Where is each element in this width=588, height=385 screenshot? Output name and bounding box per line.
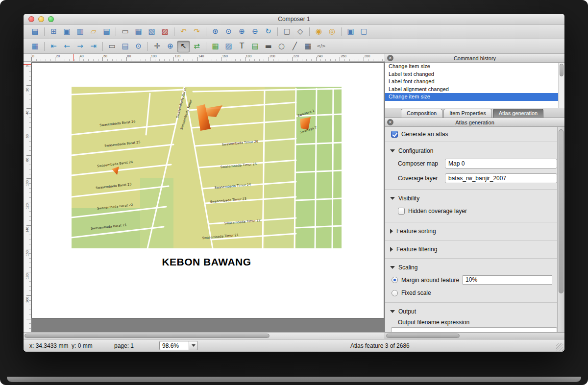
close-window-button[interactable] (28, 16, 34, 22)
atlas-settings-icon[interactable]: ▦ (28, 41, 42, 52)
map-title-label[interactable]: KEBON BAWANG (72, 256, 342, 268)
ruler-number: 200 (25, 296, 30, 304)
zoom-actual-icon[interactable]: ⊙ (222, 26, 235, 38)
disclosure-down-icon[interactable] (390, 266, 395, 269)
disclosure-down-icon[interactable] (390, 149, 395, 152)
first-feature-icon[interactable]: ⇤ (47, 41, 60, 52)
disclosure-down-icon[interactable] (390, 197, 395, 200)
history-item[interactable]: Label alignment changed (385, 86, 564, 94)
atlas-panel-title: Atlas generation (455, 120, 494, 125)
zoom-tool-icon[interactable]: ⊕ (164, 41, 177, 52)
tab-item-properties[interactable]: Item Properties (443, 109, 492, 118)
canvas-horizontal-scrollbar[interactable] (24, 332, 385, 339)
hidden-coverage-checkbox[interactable] (398, 208, 405, 215)
history-item[interactable]: Label text changed (385, 71, 564, 78)
save-project-icon[interactable]: ▤ (28, 26, 42, 38)
new-composer-icon[interactable]: ⊞ (47, 26, 60, 38)
composition-canvas[interactable]: Swasembada Barat 26Swasembada Barat 25Sw… (31, 62, 385, 332)
toolbar-separator (172, 26, 177, 37)
ruler-number: 100 (151, 54, 157, 58)
add-scalebar-icon[interactable]: ▬ (262, 41, 275, 52)
duplicate-composer-icon[interactable]: ▣ (60, 26, 74, 38)
zoom-dropdown-button[interactable] (189, 341, 198, 350)
unlock-items-icon[interactable]: ◎ (325, 26, 339, 38)
scrollbar-thumb[interactable] (386, 334, 460, 338)
coverage-layer-select[interactable]: batas_rw_banjir_2007 (445, 173, 557, 183)
zoom-out-icon[interactable]: ⊖ (248, 26, 262, 38)
open-template-icon[interactable]: ▱ (87, 26, 100, 38)
traffic-lights (28, 16, 54, 22)
select-region-icon[interactable]: ▢ (280, 26, 294, 38)
close-panel-icon[interactable]: × (387, 55, 393, 61)
hidden-coverage-label: Hidden coverage layer (408, 208, 467, 215)
ungroup-items-icon[interactable]: ▢ (357, 26, 370, 38)
pan-tool-icon[interactable]: ✛ (150, 41, 164, 52)
print-atlas-icon[interactable]: ▭ (105, 41, 119, 52)
fixed-scale-radio[interactable] (392, 290, 398, 296)
previous-feature-icon[interactable]: ← (60, 41, 74, 52)
export-image-icon[interactable]: ▦ (132, 26, 145, 38)
export-atlas-icon[interactable]: ▤ (119, 41, 132, 52)
add-table-icon[interactable]: ▦ (301, 41, 315, 52)
output-filename-input[interactable] (391, 327, 557, 332)
move-region-icon[interactable]: ◇ (294, 26, 307, 38)
generate-atlas-checkbox[interactable] (391, 131, 398, 138)
add-shape-icon[interactable]: ○ (275, 41, 288, 52)
refresh-view-icon[interactable]: ↻ (262, 26, 275, 38)
add-image-icon[interactable]: ▨ (222, 41, 235, 52)
configuration-section-label: Configuration (398, 147, 433, 154)
ruler-cursor-marker-x (73, 54, 74, 61)
add-legend-icon[interactable]: ▤ (248, 41, 262, 52)
coverage-layer-label: Coverage layer (398, 175, 441, 182)
redo-icon[interactable]: ↷ (190, 26, 203, 38)
history-item[interactable]: Change item size (385, 63, 564, 71)
history-scrollbar[interactable] (558, 63, 564, 108)
panel-tabs: CompositionItem PropertiesAtlas generati… (385, 108, 564, 118)
disclosure-right-icon[interactable] (390, 247, 393, 252)
add-html-icon[interactable]: </> (315, 41, 328, 52)
zoom-level-input[interactable] (159, 341, 189, 350)
add-map-icon[interactable]: ▦ (209, 41, 222, 52)
main-toolbar: ▤⊞▣▥▱▤▭▦▧▨↶↷⊛⊙⊕⊖↻▢◇◉◎▣▢ (24, 24, 564, 39)
scrollbar-thumb[interactable] (24, 334, 270, 338)
next-feature-icon[interactable]: → (74, 41, 87, 52)
history-item[interactable]: Change item size (385, 93, 564, 101)
tab-composition[interactable]: Composition (401, 109, 442, 118)
composer-manager-icon[interactable]: ▥ (74, 26, 87, 38)
zoom-in-icon[interactable]: ⊕ (235, 26, 248, 38)
add-label-icon[interactable]: T (235, 41, 248, 52)
export-pdf-icon[interactable]: ▨ (158, 26, 172, 38)
tab-atlas-generation[interactable]: Atlas generation (493, 109, 544, 118)
minimize-window-button[interactable] (38, 16, 44, 22)
titlebar[interactable]: Composer 1 (24, 14, 564, 24)
zoom-full-icon[interactable]: ⊛ (209, 26, 222, 38)
disclosure-down-icon[interactable] (390, 310, 395, 313)
scrollbar-thumb[interactable] (559, 129, 564, 293)
desktop-strip (7, 377, 581, 382)
preview-atlas-icon[interactable]: ⊙ (132, 41, 145, 52)
last-feature-icon[interactable]: ⇥ (87, 41, 100, 52)
map-item[interactable]: Swasembada Barat 26Swasembada Barat 25Sw… (72, 87, 342, 248)
margin-around-feature-radio[interactable] (392, 277, 398, 283)
export-svg-icon[interactable]: ▧ (145, 26, 158, 38)
composer-map-select[interactable]: Map 0 (445, 159, 557, 168)
atlas-vertical-scrollbar[interactable] (557, 127, 564, 332)
feature-sorting-section-label: Feature sorting (396, 228, 436, 235)
resize-grip[interactable] (556, 343, 564, 351)
composition-page[interactable]: Swasembada Barat 26Swasembada Barat 25Sw… (32, 63, 384, 318)
group-items-icon[interactable]: ▣ (344, 26, 357, 38)
scrollbar-thumb[interactable] (560, 64, 564, 76)
add-arrow-icon[interactable]: ╱ (288, 41, 301, 52)
print-icon[interactable]: ▭ (119, 26, 132, 38)
disclosure-right-icon[interactable] (390, 229, 393, 234)
history-item[interactable]: Label font changed (385, 78, 564, 86)
move-item-content-icon[interactable]: ⇄ (190, 41, 203, 52)
panel-horizontal-scrollbar[interactable] (385, 332, 564, 339)
undo-icon[interactable]: ↶ (177, 26, 190, 38)
close-panel-icon[interactable]: × (387, 119, 393, 125)
lock-items-icon[interactable]: ◉ (312, 26, 325, 38)
select-move-item-icon[interactable]: ↖ (177, 41, 190, 52)
zoom-window-button[interactable] (48, 16, 54, 22)
margin-value-input[interactable]: 10% (463, 275, 552, 285)
save-template-icon[interactable]: ▤ (100, 26, 113, 38)
